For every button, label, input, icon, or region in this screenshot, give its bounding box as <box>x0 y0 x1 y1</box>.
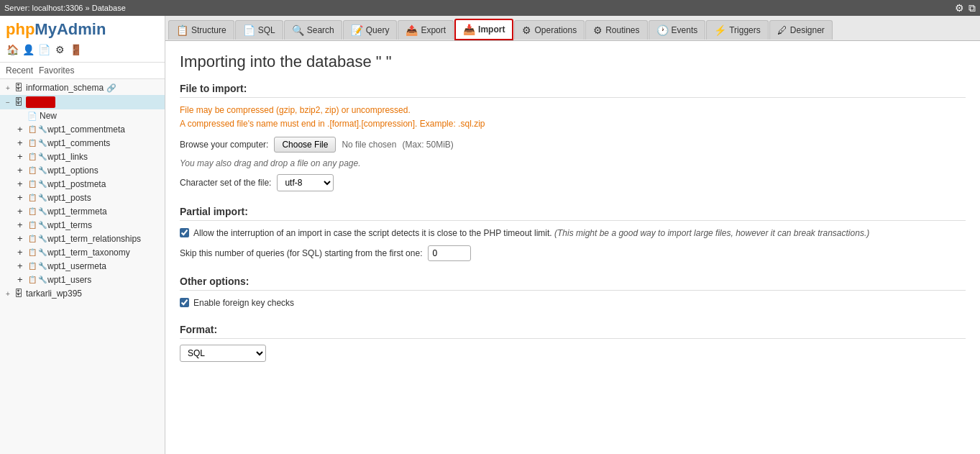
tab-search-label: Search <box>307 25 334 35</box>
tab-routines[interactable]: ⚙ Routines <box>585 20 647 40</box>
table-item[interactable]: + 📋🔧 wpt1_postmeta <box>14 177 165 191</box>
db-item-information-schema[interactable]: + 🗄 information_schema 🔗 <box>0 81 165 95</box>
page-title-prefix: Importing into the database " <box>180 53 382 71</box>
table-item[interactable]: + 📋🔧 wpt1_termmeta <box>14 204 165 218</box>
expand-icon[interactable]: + <box>17 219 27 230</box>
drag-text: You may also drag and drop a file on any… <box>180 158 966 168</box>
sync-icon[interactable]: ⚙ <box>53 43 66 56</box>
tab-structure[interactable]: 📋 Structure <box>168 20 234 40</box>
charset-label: Character set of the file: <box>180 178 271 188</box>
favorites-link[interactable]: Favorites <box>39 65 74 76</box>
wrench-icon: 🔧 <box>37 275 47 285</box>
tab-query[interactable]: 📝 Query <box>343 20 398 40</box>
expand-icon[interactable]: + <box>17 206 27 217</box>
foreign-key-checkbox[interactable] <box>180 298 189 307</box>
user-icon[interactable]: 👤 <box>22 43 35 56</box>
table-item[interactable]: + 📋🔧 wpt1_posts <box>14 191 165 204</box>
new-table-item[interactable]: 📄 New <box>14 109 165 122</box>
home-icon[interactable]: 🏠 <box>6 43 19 56</box>
allow-interruption-checkbox[interactable] <box>180 228 189 237</box>
charset-select[interactable]: utf-8 latin1 utf-16 <box>277 174 334 191</box>
table-icon: 📋 <box>27 138 37 148</box>
table-item[interactable]: + 📋🔧 wpt1_comments <box>14 136 165 150</box>
query-icon: 📝 <box>351 24 363 36</box>
wrench-icon: 🔧 <box>37 152 47 162</box>
operations-icon: ⚙ <box>522 24 531 36</box>
wrench-icon: 🔧 <box>37 124 47 135</box>
max-size-text: (Max: 50MiB) <box>402 140 453 150</box>
skip-input[interactable] <box>428 245 471 261</box>
table-item[interactable]: + 📋🔧 wpt1_term_taxonomy <box>14 245 165 259</box>
tab-search[interactable]: 🔍 Search <box>284 20 342 40</box>
table-item[interactable]: + 📋🔧 wpt1_commentmeta <box>14 122 165 136</box>
expand-icon[interactable]: + <box>17 137 27 148</box>
format-select[interactable]: SQL CSV JSON <box>180 345 266 362</box>
sidebar-header: phpMyAdmin 🏠 👤 📄 ⚙ 🚪 <box>0 16 165 63</box>
tab-import-label: Import <box>478 24 505 35</box>
file-to-import-section: File to import: File may be compressed (… <box>180 83 966 191</box>
table-label: wpt1_term_taxonomy <box>47 248 130 258</box>
tab-import[interactable]: 📥 Import <box>454 19 513 40</box>
expand-icon[interactable]: + <box>17 247 27 258</box>
table-item[interactable]: + 📋🔧 wpt1_users <box>14 273 165 286</box>
expand-icon[interactable]: + <box>17 274 27 285</box>
table-label: wpt1_users <box>47 275 91 285</box>
import-icon: 📥 <box>463 24 475 35</box>
tab-operations[interactable]: ⚙ Operations <box>514 20 585 40</box>
table-label: wpt1_termmeta <box>47 206 107 217</box>
logo-php: php <box>6 20 35 38</box>
new-icon: 📄 <box>27 112 37 121</box>
app-container: Server: localhost:3306 » Database ⚙ ⧉ ph… <box>0 0 980 454</box>
tab-sql[interactable]: 📄 SQL <box>235 20 283 40</box>
tab-triggers-label: Triggers <box>729 25 761 35</box>
table-label: wpt1_usermeta <box>47 261 106 271</box>
logo-myadmin: MyAdmin <box>35 20 106 38</box>
db-item-current[interactable]: − 🗄 <box>0 95 165 109</box>
expand-icon[interactable]: + <box>17 151 27 162</box>
charset-row: Character set of the file: utf-8 latin1 … <box>180 174 966 191</box>
allow-interruption-note: (This might be a good way to import larg… <box>554 228 869 238</box>
db-item-tarkarli[interactable]: + 🗄 tarkarli_wp395 <box>0 286 165 301</box>
tab-events-label: Events <box>672 25 698 35</box>
table-item[interactable]: + 📋🔧 wpt1_term_relationships <box>14 232 165 245</box>
gear-icon[interactable]: ⚙ <box>955 2 964 14</box>
choose-file-button[interactable]: Choose File <box>274 137 336 153</box>
expand-icon[interactable]: + <box>3 83 13 93</box>
expand-icon[interactable]: + <box>17 192 27 203</box>
page-title: Importing into the database " " <box>180 53 966 71</box>
tab-export[interactable]: 📤 Export <box>398 20 454 40</box>
table-icon: 📋 <box>27 165 37 176</box>
table-item[interactable]: + 📋🔧 wpt1_usermeta <box>14 259 165 273</box>
table-item[interactable]: + 📋🔧 wpt1_links <box>14 150 165 163</box>
wrench-icon: 🔧 <box>37 179 47 189</box>
new-label: New <box>40 111 57 121</box>
expand-icon[interactable]: − <box>3 97 13 107</box>
table-icon: 📋 <box>27 206 37 217</box>
partial-import-title: Partial import: <box>180 206 966 221</box>
browse-label: Browse your computer: <box>180 140 268 150</box>
expand-icon[interactable]: + <box>17 260 27 271</box>
table-icon: 📋 <box>27 261 37 271</box>
tab-triggers[interactable]: ⚡ Triggers <box>706 20 769 40</box>
expand-icon[interactable]: + <box>17 124 27 135</box>
format-title: Format: <box>180 324 966 339</box>
wrench-icon: 🔧 <box>37 261 47 271</box>
tab-events[interactable]: 🕐 Events <box>649 20 706 40</box>
tab-sql-label: SQL <box>258 25 275 35</box>
format-section: Format: SQL CSV JSON <box>180 324 966 362</box>
expand-icon[interactable]: + <box>17 233 27 244</box>
exit-icon[interactable]: 🚪 <box>69 43 82 56</box>
search-icon: 🔍 <box>292 24 304 36</box>
expand-icon[interactable]: + <box>3 289 13 299</box>
file-info-text: File may be compressed (gzip, bzip2, zip… <box>180 104 966 131</box>
recent-link[interactable]: Recent <box>6 65 33 76</box>
expand-icon[interactable]: + <box>17 178 27 189</box>
skip-label: Skip this number of queries (for SQL) st… <box>180 248 422 258</box>
settings-icon[interactable]: 📄 <box>37 43 50 56</box>
tab-designer[interactable]: 🖊 Designer <box>769 20 833 40</box>
restore-icon[interactable]: ⧉ <box>968 2 976 14</box>
table-item[interactable]: + 📋🔧 wpt1_options <box>14 163 165 177</box>
expand-icon[interactable]: + <box>17 165 27 176</box>
routines-icon: ⚙ <box>593 24 603 36</box>
table-item[interactable]: + 📋🔧 wpt1_terms <box>14 218 165 232</box>
